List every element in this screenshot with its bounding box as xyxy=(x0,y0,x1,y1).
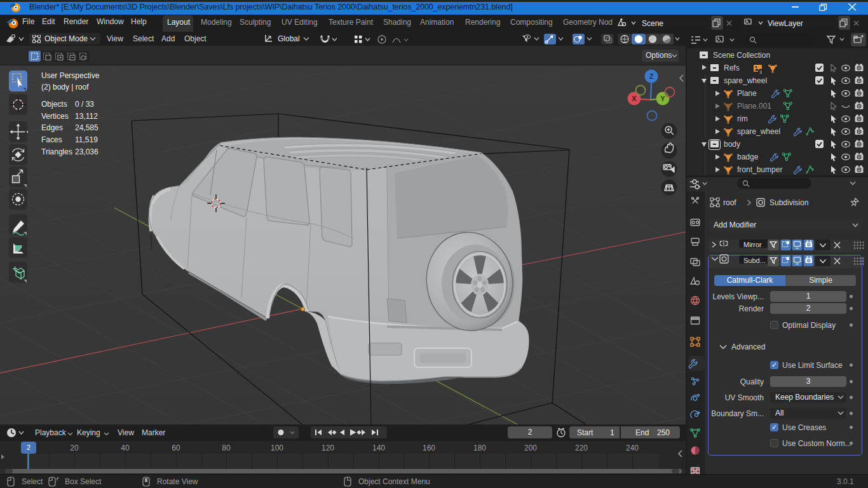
svg-text:3: 3 xyxy=(759,69,763,75)
svg-text:X: X xyxy=(632,95,637,102)
svg-text:Z: Z xyxy=(649,72,654,80)
svg-text:Y: Y xyxy=(660,95,665,102)
